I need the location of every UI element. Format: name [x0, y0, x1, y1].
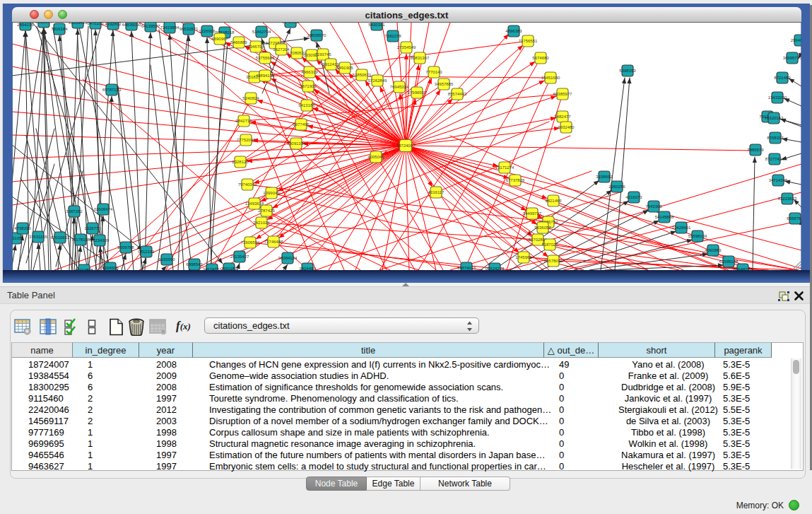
svg-text:1745961: 1745961: [515, 255, 532, 259]
svg-text:2787429: 2787429: [258, 209, 275, 213]
svg-text:7187026: 7187026: [541, 243, 558, 247]
svg-text:18724007: 18724007: [396, 144, 416, 148]
svg-text:1226916: 1226916: [199, 29, 216, 33]
svg-text:1671902: 1671902: [300, 84, 317, 88]
svg-text:80112805: 80112805: [75, 268, 94, 270]
svg-text:13171274: 13171274: [495, 165, 514, 170]
svg-text:4216073: 4216073: [625, 195, 642, 199]
svg-text:55698169: 55698169: [688, 234, 707, 238]
svg-text:5009788: 5009788: [117, 245, 134, 250]
svg-text:9413186: 9413186: [298, 103, 315, 107]
svg-text:81223623: 81223623: [778, 197, 797, 201]
svg-text:4005045: 4005045: [367, 155, 384, 159]
svg-text:37996507: 37996507: [408, 90, 427, 95]
svg-text:87277434: 87277434: [765, 157, 784, 161]
svg-text:8677496: 8677496: [293, 122, 310, 127]
svg-text:71756551: 71756551: [519, 39, 538, 43]
svg-text:27354549: 27354549: [397, 45, 416, 49]
svg-text:0932480: 0932480: [558, 125, 575, 129]
svg-text:28809570: 28809570: [307, 33, 326, 37]
svg-text:3482477: 3482477: [554, 115, 571, 119]
svg-text:00524278: 00524278: [486, 267, 505, 270]
svg-text:9636057: 9636057: [534, 226, 551, 230]
svg-text:54145868: 54145868: [655, 215, 674, 219]
svg-text:34957885: 34957885: [435, 82, 454, 86]
svg-text:37631165: 37631165: [29, 235, 48, 239]
svg-text:1824493: 1824493: [299, 267, 316, 270]
svg-text:4896383: 4896383: [505, 29, 522, 33]
svg-text:1031051: 1031051: [12, 236, 24, 240]
svg-text:51850671: 51850671: [353, 73, 372, 77]
svg-text:01429401: 01429401: [672, 226, 691, 230]
svg-text:4966319: 4966319: [301, 70, 318, 74]
svg-text:1326773: 1326773: [84, 226, 101, 230]
svg-text:64139537: 64139537: [141, 24, 160, 28]
svg-text:7889579: 7889579: [747, 148, 764, 152]
svg-text:65787133: 65787133: [102, 88, 122, 92]
svg-text:4192832: 4192832: [105, 23, 122, 26]
svg-text:99091334: 99091334: [287, 141, 306, 146]
svg-text:6690967: 6690967: [211, 37, 228, 41]
svg-text:8148932: 8148932: [282, 23, 299, 24]
svg-text:7991183: 7991183: [221, 267, 238, 270]
svg-text:13433200: 13433200: [768, 95, 787, 100]
svg-text:77752047: 77752047: [237, 138, 256, 142]
svg-text:2654235: 2654235: [17, 23, 34, 27]
svg-text:1399049: 1399049: [263, 191, 280, 195]
svg-text:5674680: 5674680: [532, 56, 549, 60]
svg-text:67737826: 67737826: [506, 178, 525, 182]
svg-text:73178108: 73178108: [71, 238, 90, 242]
svg-text:64835030: 64835030: [122, 23, 141, 27]
svg-text:34714345: 34714345: [769, 178, 788, 182]
svg-text:29946804: 29946804: [791, 38, 801, 42]
svg-text:61595148: 61595148: [719, 259, 739, 264]
svg-text:5240824: 5240824: [242, 96, 259, 100]
svg-text:3158692: 3158692: [596, 175, 613, 179]
svg-text:5466889: 5466889: [230, 40, 247, 45]
svg-text:25135427: 25135427: [230, 255, 249, 259]
svg-text:8721489: 8721489: [774, 76, 791, 80]
svg-text:6193990: 6193990: [158, 257, 175, 262]
svg-text:71746488: 71746488: [264, 240, 283, 244]
svg-text:51462704: 51462704: [252, 30, 271, 34]
svg-text:85574443: 85574443: [448, 92, 467, 96]
svg-text:57262849: 57262849: [368, 78, 387, 83]
svg-text:6475255: 6475255: [87, 23, 104, 25]
svg-text:6204505: 6204505: [102, 266, 119, 270]
svg-text:86578091: 86578091: [544, 259, 563, 263]
svg-text:5098393: 5098393: [619, 69, 636, 73]
svg-text:49894134: 49894134: [256, 74, 275, 78]
svg-text:1491905: 1491905: [336, 66, 353, 70]
svg-text:96532871: 96532871: [180, 27, 199, 31]
svg-text:7543303: 7543303: [645, 204, 662, 209]
svg-text:2328120: 2328120: [232, 160, 249, 164]
svg-text:7816184: 7816184: [51, 27, 68, 31]
svg-text:4738299: 4738299: [14, 226, 31, 230]
svg-text:04499727: 04499727: [523, 211, 542, 216]
svg-text:76945314: 76945314: [390, 85, 409, 89]
svg-text:93103413: 93103413: [69, 23, 88, 25]
svg-text:4060883: 4060883: [705, 248, 722, 252]
svg-text:0812191: 0812191: [138, 250, 155, 254]
svg-text:02606474: 02606474: [94, 207, 113, 211]
svg-text:7770143: 7770143: [425, 70, 442, 74]
svg-text:7193745: 7193745: [314, 52, 331, 57]
svg-text:72423884: 72423884: [160, 25, 180, 30]
svg-text:1615594: 1615594: [35, 23, 52, 24]
svg-text:0842710: 0842710: [235, 119, 252, 123]
svg-text:76320163: 76320163: [765, 116, 784, 120]
svg-text:5430391: 5430391: [368, 23, 385, 27]
svg-text:8708317: 8708317: [767, 136, 784, 140]
svg-text:36995777: 36995777: [783, 56, 801, 60]
svg-text:65648236: 65648236: [734, 267, 753, 270]
svg-text:67010651: 67010651: [51, 235, 70, 240]
svg-text:71906594: 71906594: [241, 240, 260, 245]
svg-text:80831367: 80831367: [411, 56, 430, 60]
svg-text:87234309: 87234309: [90, 238, 110, 243]
svg-text:53755646: 53755646: [256, 56, 275, 60]
svg-text:34624751: 34624751: [203, 267, 222, 270]
svg-text:15451680: 15451680: [541, 76, 560, 80]
svg-text:7182278: 7182278: [384, 34, 401, 38]
svg-text:6658760: 6658760: [787, 216, 801, 221]
svg-text:98084124: 98084124: [278, 256, 298, 260]
